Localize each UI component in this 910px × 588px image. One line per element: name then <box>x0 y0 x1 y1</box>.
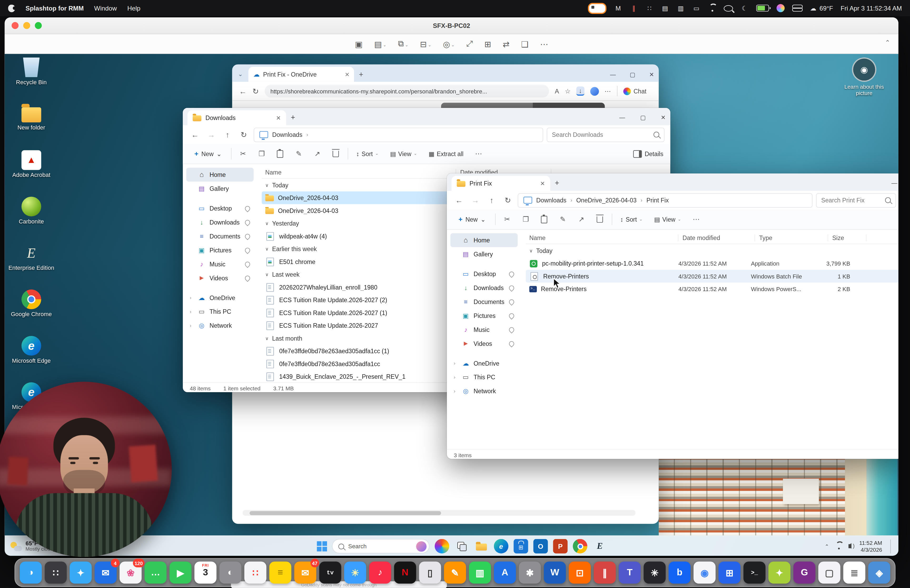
sidebar-item-this-pc[interactable]: › This PC <box>186 305 254 318</box>
new-button[interactable]: +New⌄ <box>190 147 226 160</box>
sidebar-item-music[interactable]: Music <box>186 257 254 271</box>
view-button[interactable]: ▤View⌄ <box>651 213 685 225</box>
zoom-traffic-light[interactable] <box>35 22 42 29</box>
toolbar-collapse-icon[interactable]: ⌃ <box>885 39 890 47</box>
sidebar-item-downloads[interactable]: Downloads <box>186 215 254 229</box>
dock-photos-icon[interactable]: ❀ 120 <box>120 562 142 584</box>
learn-about-picture-widget[interactable]: ◉ Learn about this picture <box>838 57 890 97</box>
dock-parallels-icon[interactable]: ∥ <box>594 562 616 584</box>
forward-button[interactable]: → <box>469 196 482 205</box>
desktop-icon-adobe-acrobat[interactable]: Adobe Acrobat <box>8 148 55 194</box>
disconnect-monitor-icon[interactable]: ▣ <box>355 39 362 48</box>
dock-stocks-charts-icon[interactable]: ▥ <box>469 562 491 584</box>
dock-tv-icon[interactable]: tv <box>319 562 341 584</box>
dock-reminders-icon[interactable]: ∷ <box>244 562 267 584</box>
taskbar-enterprise-icon[interactable]: E <box>592 539 607 554</box>
sort-button[interactable]: ↕Sort⌄ <box>353 148 382 160</box>
dock-launchpad-icon[interactable]: ∷ <box>45 562 67 584</box>
sidebar-item-desktop[interactable]: Desktop <box>450 267 518 281</box>
minimize-button[interactable]: — <box>619 114 625 121</box>
dock-green-app-icon[interactable]: ✦ <box>768 562 790 584</box>
dock-iphone-mirroring-icon[interactable]: ▯ <box>419 562 441 584</box>
taskbar-powerpoint-icon[interactable]: P <box>553 539 568 554</box>
delete-icon[interactable] <box>329 147 343 161</box>
refresh-button[interactable]: ↻ <box>237 130 250 139</box>
read-aloud-icon[interactable]: A <box>555 88 559 94</box>
sidebar-item-documents[interactable]: Documents <box>186 229 254 243</box>
taskbar-search[interactable]: Search <box>332 539 430 554</box>
dock-blue-utility-icon[interactable]: ◈ <box>868 562 890 584</box>
dock-chrome-icon[interactable]: ◉ <box>693 562 716 584</box>
dock-godaddy-icon[interactable]: G <box>794 562 815 584</box>
dock-facetime-icon[interactable]: ▶ <box>170 562 192 584</box>
fullscreen-icon[interactable]: ⤢ <box>466 39 473 49</box>
breadcrumb[interactable]: Downloads › OneDrive_2026-04-03 › Print … <box>518 193 813 207</box>
dock-notes-icon[interactable]: ≡ <box>269 562 291 584</box>
dock-windows-app-icon[interactable]: ⊞ <box>719 562 741 584</box>
wifi-icon[interactable] <box>708 5 716 11</box>
back-button[interactable]: ← <box>239 87 247 95</box>
sidebar-item-gallery[interactable]: Gallery <box>450 247 518 261</box>
file-row[interactable]: pc-mobility-print-printer-setup-1.0.341 … <box>526 257 899 270</box>
dock-safari-icon[interactable]: ✦ <box>70 562 92 584</box>
taskbar-copilot-icon[interactable] <box>435 539 449 554</box>
sidebar-item-pictures[interactable]: Pictures <box>450 309 518 323</box>
recording-pill-icon[interactable] <box>588 3 607 14</box>
paste-icon[interactable] <box>273 147 287 161</box>
edge-tab[interactable]: ☁ Print Fix - OneDrive ✕ <box>249 66 354 82</box>
screenshot-icon[interactable]: ⊞ <box>484 39 491 48</box>
switch-monitor-icon[interactable]: ⊟⌄ <box>420 39 431 48</box>
back-button[interactable]: ← <box>189 130 201 139</box>
sidebar-item-gallery[interactable]: Gallery <box>186 182 254 195</box>
multi-monitor-icon[interactable]: ⧉⌄ <box>398 39 408 49</box>
close-button[interactable]: ✕ <box>649 71 654 78</box>
taskbar-edge-icon[interactable]: e <box>494 539 508 554</box>
breadcrumb-downloads[interactable]: Downloads <box>537 197 567 204</box>
dock-remote-desktop-icon[interactable]: ⊡ <box>569 562 591 584</box>
close-button[interactable]: ✕ <box>661 114 666 121</box>
dock-system-settings-icon[interactable]: ✱ <box>519 562 541 584</box>
battery-icon[interactable] <box>756 5 769 11</box>
sidebar-item-network[interactable]: › Network <box>186 318 254 333</box>
network-icon[interactable] <box>835 543 842 549</box>
breadcrumb[interactable]: Downloads › <box>254 128 543 142</box>
horizontal-scrollbar[interactable] <box>242 510 635 515</box>
sidebar-item-onedrive[interactable]: › OneDrive <box>186 291 254 305</box>
more-icon[interactable]: ⋯ <box>689 212 703 226</box>
refresh-button[interactable]: ↻ <box>501 196 514 205</box>
dock-preview-icon[interactable]: ▢ <box>818 562 840 584</box>
minimize-button[interactable]: — <box>610 71 616 78</box>
downloads-tab[interactable]: Downloads ✕ <box>187 110 286 125</box>
cut-icon[interactable]: ✂ <box>500 212 514 226</box>
downloads-icon[interactable]: ↓ <box>576 86 584 95</box>
column-name[interactable]: Name <box>265 169 456 176</box>
profile-avatar[interactable] <box>590 87 599 95</box>
address-bar[interactable]: https://shorebreakcommunications-my.shar… <box>265 85 549 97</box>
desktop-icon-recycle-bin[interactable]: Recycle Bin <box>8 55 55 101</box>
printfix-tab[interactable]: Print Fix ✕ <box>452 176 550 191</box>
copy-icon[interactable]: ❐ <box>519 212 533 226</box>
sidebar-item-videos[interactable]: Videos <box>450 336 518 351</box>
sidebar-item-pictures[interactable]: Pictures <box>186 243 254 257</box>
dock-terminal-icon[interactable]: >_ <box>744 562 765 584</box>
m-logo-icon[interactable]: M <box>614 3 622 13</box>
rename-icon[interactable]: ✎ <box>292 147 306 161</box>
sort-button[interactable]: ↕Sort⌄ <box>617 213 646 225</box>
extract-all-button[interactable]: ▦Extract all <box>425 148 467 160</box>
dock-mail-icon[interactable]: ✉ 4 <box>95 562 116 584</box>
siri-icon[interactable] <box>776 4 785 12</box>
show-desktop-button[interactable] <box>890 539 892 553</box>
up-button[interactable]: ↑ <box>221 130 234 139</box>
close-traffic-light[interactable] <box>11 22 18 29</box>
dock-netflix-icon[interactable]: N <box>394 562 416 584</box>
keyboard-icon[interactable]: ▤ <box>661 3 669 13</box>
dock-music-icon[interactable]: ♪ <box>369 562 391 584</box>
desktop-icon-microsoft-edge[interactable]: Microsoft Edge <box>8 333 55 380</box>
dock-pencil-app-icon[interactable]: ✎ <box>444 562 466 584</box>
dock-texteditor-icon[interactable]: ≣ <box>844 562 865 584</box>
menu-help[interactable]: Help <box>127 5 141 11</box>
search-input[interactable]: Search Print Fix <box>816 193 896 207</box>
minimize-traffic-light[interactable] <box>23 22 30 29</box>
desktop-icon-carbonite[interactable]: Carbonite <box>8 194 55 241</box>
tab-actions-icon[interactable]: ⌄ <box>238 71 243 77</box>
